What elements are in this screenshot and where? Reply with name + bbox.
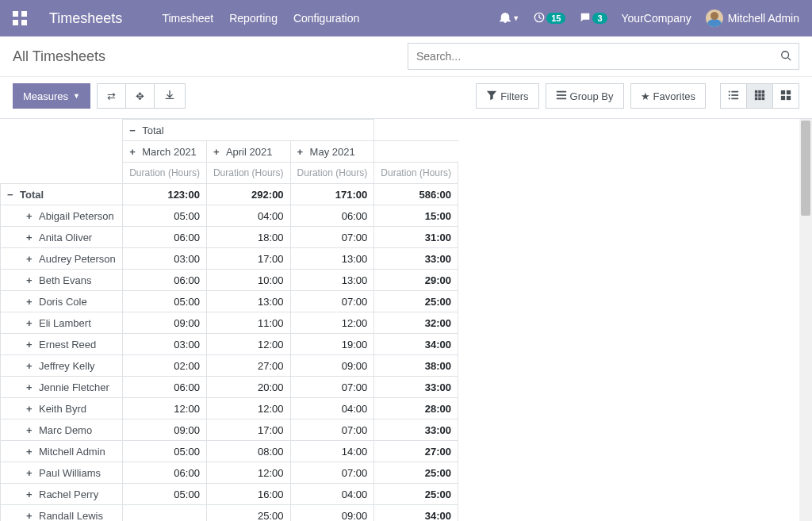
cell[interactable]: 27:00 bbox=[206, 355, 290, 377]
cell[interactable] bbox=[123, 505, 207, 522]
brand[interactable]: Timesheets bbox=[49, 10, 122, 27]
row-header[interactable]: +Mitchell Admin bbox=[1, 441, 123, 462]
cell[interactable]: 33:00 bbox=[374, 248, 458, 270]
scrollbar[interactable] bbox=[799, 119, 812, 521]
cell[interactable]: 25:00 bbox=[374, 484, 458, 505]
row-header[interactable]: +Beth Evans bbox=[1, 270, 123, 291]
cell[interactable]: 09:00 bbox=[290, 505, 374, 522]
row-header[interactable]: +Eli Lambert bbox=[1, 312, 123, 334]
cell[interactable]: 17:00 bbox=[206, 419, 290, 441]
cell[interactable]: 06:00 bbox=[123, 377, 207, 398]
cell[interactable]: 171:00 bbox=[290, 184, 374, 205]
cell[interactable]: 09:00 bbox=[123, 419, 207, 441]
column-total-header[interactable]: −Total bbox=[123, 120, 374, 141]
cell[interactable]: 09:00 bbox=[123, 312, 207, 334]
cell[interactable]: 03:00 bbox=[123, 334, 207, 355]
row-header[interactable]: +Audrey Peterson bbox=[1, 248, 123, 270]
cell[interactable]: 03:00 bbox=[123, 248, 207, 270]
cell[interactable]: 25:00 bbox=[374, 291, 458, 312]
column-header-march[interactable]: +March 2021 bbox=[123, 141, 207, 163]
row-total-header[interactable]: −Total bbox=[1, 184, 123, 205]
row-header[interactable]: +Doris Cole bbox=[1, 291, 123, 312]
row-header[interactable]: +Marc Demo bbox=[1, 419, 123, 441]
cell[interactable]: 11:00 bbox=[206, 312, 290, 334]
cell[interactable]: 38:00 bbox=[374, 355, 458, 377]
cell[interactable]: 20:00 bbox=[206, 377, 290, 398]
discuss-menu[interactable]: 3 bbox=[580, 12, 607, 25]
cell[interactable]: 09:00 bbox=[290, 355, 374, 377]
cell[interactable]: 25:00 bbox=[374, 462, 458, 484]
cell[interactable]: 33:00 bbox=[374, 377, 458, 398]
cell[interactable]: 08:00 bbox=[206, 441, 290, 462]
column-header-april[interactable]: +April 2021 bbox=[206, 141, 290, 163]
row-header[interactable]: +Ernest Reed bbox=[1, 334, 123, 355]
cell[interactable]: 06:00 bbox=[123, 270, 207, 291]
nav-menu-reporting[interactable]: Reporting bbox=[229, 12, 278, 25]
cell[interactable]: 31:00 bbox=[374, 227, 458, 248]
cell[interactable]: 06:00 bbox=[290, 205, 374, 227]
cell[interactable]: 34:00 bbox=[374, 334, 458, 355]
cell[interactable]: 07:00 bbox=[290, 377, 374, 398]
cell[interactable]: 14:00 bbox=[290, 441, 374, 462]
cell[interactable]: 07:00 bbox=[290, 227, 374, 248]
cell[interactable]: 06:00 bbox=[123, 227, 207, 248]
cell[interactable]: 07:00 bbox=[290, 419, 374, 441]
cell[interactable]: 06:00 bbox=[123, 462, 207, 484]
cell[interactable]: 33:00 bbox=[374, 419, 458, 441]
cell[interactable]: 12:00 bbox=[206, 398, 290, 419]
search-icon[interactable] bbox=[780, 50, 791, 63]
nav-menu-timesheet[interactable]: Timesheet bbox=[162, 12, 213, 25]
view-pivot-button[interactable] bbox=[746, 83, 773, 109]
notifications-menu[interactable]: ▼ bbox=[500, 12, 519, 25]
cell[interactable]: 05:00 bbox=[123, 291, 207, 312]
cell[interactable]: 32:00 bbox=[374, 312, 458, 334]
cell[interactable]: 19:00 bbox=[290, 334, 374, 355]
scrollbar-thumb[interactable] bbox=[801, 121, 810, 216]
row-header[interactable]: +Jennie Fletcher bbox=[1, 377, 123, 398]
cell[interactable]: 123:00 bbox=[123, 184, 207, 205]
row-header[interactable]: +Abigail Peterson bbox=[1, 205, 123, 227]
cell[interactable]: 292:00 bbox=[206, 184, 290, 205]
activities-menu[interactable]: 15 bbox=[534, 12, 565, 25]
cell[interactable]: 05:00 bbox=[123, 484, 207, 505]
user-menu[interactable]: Mitchell Admin bbox=[706, 10, 799, 27]
row-header[interactable]: +Anita Oliver bbox=[1, 227, 123, 248]
cell[interactable]: 02:00 bbox=[123, 355, 207, 377]
flip-axis-button[interactable]: ⇄ bbox=[97, 83, 126, 109]
measures-button[interactable]: Measures ▼ bbox=[13, 83, 90, 109]
cell[interactable]: 27:00 bbox=[374, 441, 458, 462]
download-button[interactable] bbox=[154, 83, 186, 109]
cell[interactable]: 13:00 bbox=[206, 291, 290, 312]
cell[interactable]: 12:00 bbox=[123, 398, 207, 419]
nav-menu-configuration[interactable]: Configuration bbox=[293, 12, 359, 25]
row-header[interactable]: +Paul Williams bbox=[1, 462, 123, 484]
row-header[interactable]: +Rachel Perry bbox=[1, 484, 123, 505]
cell[interactable]: 28:00 bbox=[374, 398, 458, 419]
favorites-button[interactable]: ★ Favorites bbox=[630, 83, 706, 109]
cell[interactable]: 16:00 bbox=[206, 484, 290, 505]
cell[interactable]: 10:00 bbox=[206, 270, 290, 291]
cell[interactable]: 07:00 bbox=[290, 291, 374, 312]
cell[interactable]: 586:00 bbox=[374, 184, 458, 205]
cell[interactable]: 07:00 bbox=[290, 462, 374, 484]
expand-all-button[interactable]: ✥ bbox=[125, 83, 155, 109]
cell[interactable]: 13:00 bbox=[290, 270, 374, 291]
cell[interactable]: 05:00 bbox=[123, 205, 207, 227]
search-input[interactable] bbox=[408, 43, 799, 70]
cell[interactable]: 15:00 bbox=[374, 205, 458, 227]
cell[interactable]: 04:00 bbox=[206, 205, 290, 227]
cell[interactable]: 25:00 bbox=[206, 505, 290, 522]
company-selector[interactable]: YourCompany bbox=[622, 12, 691, 25]
cell[interactable]: 18:00 bbox=[206, 227, 290, 248]
cell[interactable]: 34:00 bbox=[374, 505, 458, 522]
column-header-may[interactable]: +May 2021 bbox=[290, 141, 374, 163]
cell[interactable]: 13:00 bbox=[290, 248, 374, 270]
view-kanban-button[interactable] bbox=[772, 83, 799, 109]
cell[interactable]: 29:00 bbox=[374, 270, 458, 291]
apps-icon[interactable] bbox=[13, 11, 27, 25]
cell[interactable]: 05:00 bbox=[123, 441, 207, 462]
cell[interactable]: 12:00 bbox=[206, 462, 290, 484]
cell[interactable]: 04:00 bbox=[290, 398, 374, 419]
cell[interactable]: 12:00 bbox=[290, 312, 374, 334]
row-header[interactable]: +Jeffrey Kelly bbox=[1, 355, 123, 377]
